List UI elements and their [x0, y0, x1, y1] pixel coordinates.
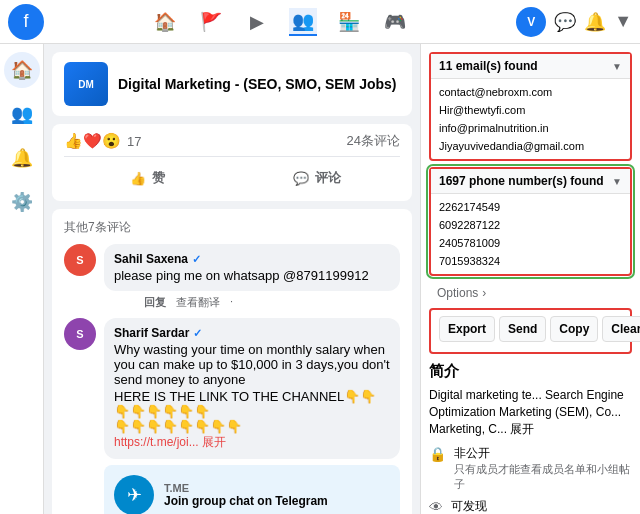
send-button[interactable]: Send: [499, 316, 546, 342]
comment-button[interactable]: 💬 评论: [233, 163, 400, 193]
right-panel: 11 email(s) found ▼ contact@nebroxm.com …: [420, 44, 640, 514]
group-title: Digital Marketing - (SEO, SMO, SEM Jobs): [118, 76, 396, 92]
clear-button[interactable]: Clear: [602, 316, 640, 342]
sidebar-settings[interactable]: ⚙️: [4, 184, 40, 220]
phones-label: 1697 phone number(s) found: [439, 174, 604, 188]
comment-text-2b: HERE IS THE LINK TO THE CHANNEL👇👇👇👇👇👇👇👇 …: [114, 389, 390, 451]
reaction-bar: 👍❤️😮 17 24条评论 👍 赞 💬 评论: [52, 124, 412, 201]
group-header-card: DM Digital Marketing - (SEO, SMO, SEM Jo…: [52, 52, 412, 116]
email-item-2[interactable]: info@primalnutrition.in: [431, 119, 630, 137]
messenger-icon[interactable]: 💬: [554, 11, 576, 33]
about-title: 简介: [429, 362, 632, 381]
action-buttons-group: Export Send Copy Clear: [429, 308, 632, 354]
comment-avatar-1: S: [64, 244, 96, 276]
options-label: Options: [437, 286, 478, 300]
emoji-row: 👇👇👇👇👇👇👇👇: [114, 419, 390, 434]
copy-button[interactable]: Copy: [550, 316, 598, 342]
comment-bubble-1: Sahil Saxena ✓ please ping me on whatsap…: [104, 244, 400, 291]
reply-link-1[interactable]: 回复: [144, 295, 166, 310]
nav-marketplace[interactable]: 🏪: [335, 8, 363, 36]
nav-video[interactable]: ▶: [243, 8, 271, 36]
options-row[interactable]: Options ›: [429, 282, 632, 304]
eye-icon: 👁: [429, 499, 443, 514]
emails-label: 11 email(s) found: [439, 59, 538, 73]
lock-icon: 🔒: [429, 446, 446, 462]
comment-1: S Sahil Saxena ✓ please ping me on whats…: [64, 244, 400, 310]
privacy-row-2: 👁 可发现 任何人都能找到这个小组。: [429, 498, 632, 514]
phones-dropdown-box: 1697 phone number(s) found ▼ 2262174549 …: [429, 167, 632, 276]
telegram-box: ✈ T.ME Join group chat on Telegram: [104, 465, 400, 514]
phone-item-2[interactable]: 2405781009: [431, 234, 630, 252]
comment-2: S Sharif Sardar ✓ Why wasting your time …: [64, 318, 400, 514]
phones-list: 2262174549 6092287122 2405781009 7015938…: [431, 194, 630, 274]
email-item-1[interactable]: Hir@thewtyfi.com: [431, 101, 630, 119]
nav-groups[interactable]: 👥: [289, 8, 317, 36]
privacy-info-1: 非公开 只有成员才能查看成员名单和小组帖子: [454, 445, 632, 492]
options-arrow: ›: [482, 286, 486, 300]
phone-item-1[interactable]: 6092287122: [431, 216, 630, 234]
feed-area: DM Digital Marketing - (SEO, SMO, SEM Jo…: [44, 44, 420, 514]
telegram-site: T.ME: [164, 482, 328, 494]
more-comments-label[interactable]: 其他7条评论: [64, 219, 400, 236]
user-avatar[interactable]: V: [516, 7, 546, 37]
time-1: ·: [230, 295, 233, 310]
emails-dropdown-header[interactable]: 11 email(s) found ▼: [431, 54, 630, 79]
phones-chevron: ▼: [612, 176, 622, 187]
comment-link[interactable]: https://t.me/joi... 展开: [114, 435, 226, 449]
notifications-icon[interactable]: 🔔: [584, 11, 606, 33]
top-navigation: f 🏠 🚩 ▶ 👥 🏪 🎮 V 💬 🔔 ▼: [0, 0, 640, 44]
phones-dropdown-header[interactable]: 1697 phone number(s) found ▼: [431, 169, 630, 194]
comment-count: 24条评论: [347, 132, 400, 150]
group-logo: DM: [64, 62, 108, 106]
facebook-logo: f: [8, 4, 44, 40]
comments-post-card: 其他7条评论 S Sahil Saxena ✓ please ping me o…: [52, 209, 412, 514]
nav-icons: 🏠 🚩 ▶ 👥 🏪 🎮: [44, 8, 516, 36]
export-button[interactable]: Export: [439, 316, 495, 342]
nav-right-section: V 💬 🔔 ▼: [516, 7, 632, 37]
privacy-info-2: 可发现 任何人都能找到这个小组。: [451, 498, 583, 514]
about-text: Digital marketing te... Search Engine Op…: [429, 387, 632, 437]
emails-list: contact@nebroxm.com Hir@thewtyfi.com inf…: [431, 79, 630, 159]
like-button[interactable]: 👍 赞: [64, 163, 231, 193]
comment-actions-1: 回复 查看翻译 ·: [144, 295, 400, 310]
telegram-info: T.ME Join group chat on Telegram: [164, 482, 328, 508]
nav-gaming[interactable]: 🎮: [381, 8, 409, 36]
menu-icon[interactable]: ▼: [614, 11, 632, 32]
phone-item-3[interactable]: 7015938324: [431, 252, 630, 270]
nav-home[interactable]: 🏠: [151, 8, 179, 36]
emails-dropdown-box: 11 email(s) found ▼ contact@nebroxm.com …: [429, 52, 632, 161]
translate-link-1[interactable]: 查看翻译: [176, 295, 220, 310]
telegram-icon: ✈: [114, 475, 154, 514]
phone-item-0[interactable]: 2262174549: [431, 198, 630, 216]
reaction-count: 17: [127, 134, 141, 149]
verified-badge-1: ✓: [192, 253, 201, 266]
sidebar-notifications[interactable]: 🔔: [4, 140, 40, 176]
sidebar-groups[interactable]: 👥: [4, 96, 40, 132]
comment-bubble-2: Sharif Sardar ✓ Why wasting your time on…: [104, 318, 400, 459]
left-sidebar: 🏠 👥 🔔 ⚙️: [0, 44, 44, 514]
emails-chevron: ▼: [612, 61, 622, 72]
commenter-name-2: Sharif Sardar ✓: [114, 326, 390, 340]
commenter-name-1: Sahil Saxena ✓: [114, 252, 390, 266]
privacy-row-1: 🔒 非公开 只有成员才能查看成员名单和小组帖子: [429, 445, 632, 492]
verified-badge-2: ✓: [193, 327, 202, 340]
sidebar-home[interactable]: 🏠: [4, 52, 40, 88]
comment-avatar-2: S: [64, 318, 96, 350]
nav-flag[interactable]: 🚩: [197, 8, 225, 36]
comment-text-2: Why wasting your time on monthly salary …: [114, 342, 390, 387]
comment-text-1: please ping me on whatsapp @8791199912: [114, 268, 390, 283]
email-item-3[interactable]: Jiyayuvivedandia@gmail.com: [431, 137, 630, 155]
action-buttons-row: Export Send Copy Clear: [435, 314, 626, 348]
telegram-desc: Join group chat on Telegram: [164, 494, 328, 508]
email-item-0[interactable]: contact@nebroxm.com: [431, 83, 630, 101]
